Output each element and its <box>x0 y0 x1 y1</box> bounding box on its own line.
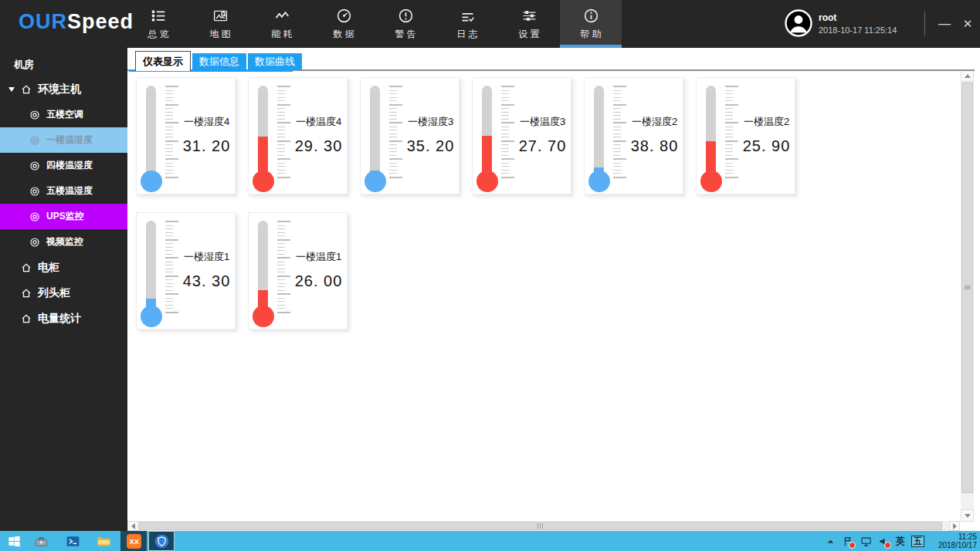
sidebar-item-label: 五楼空调 <box>46 108 83 121</box>
sidebar-item-floor1-th[interactable]: 一楼温湿度 <box>0 127 127 153</box>
gauge-label: 一楼湿度4 <box>180 115 233 129</box>
thermometer-bulb <box>141 306 162 327</box>
taskbar-powershell-button[interactable] <box>60 531 85 551</box>
vertical-scrollbar[interactable] <box>961 69 974 522</box>
taskbar-explorer-button[interactable] <box>91 531 116 551</box>
horizontal-scroll-track[interactable] <box>138 521 949 531</box>
taskbar-server-manager-button[interactable] <box>28 531 54 551</box>
nav-label-energy: 能 耗 <box>271 28 292 41</box>
gauge-dot-icon <box>29 135 40 146</box>
sidebar-item-power-stats[interactable]: 电量统计 <box>0 306 127 331</box>
nav-label-help: 帮 助 <box>580 28 601 41</box>
tray-notifications[interactable] <box>843 531 854 551</box>
thermometer-tube <box>370 86 380 175</box>
network-icon <box>860 536 872 547</box>
alert-badge <box>884 542 891 549</box>
list-icon <box>151 8 167 24</box>
nav-item-logs[interactable]: 日 志 <box>436 0 498 48</box>
home-icon <box>21 288 32 299</box>
tray-ime[interactable]: 五 <box>911 531 924 551</box>
taskbar-clock[interactable]: 11:25 2018/10/17 <box>927 532 977 549</box>
horizontal-scroll-thumb[interactable] <box>139 522 942 530</box>
nav-item-energy[interactable]: 能 耗 <box>251 0 313 48</box>
taskbar-start-button[interactable] <box>2 531 26 551</box>
thermometer-tube <box>706 86 716 175</box>
tray-tray-expand[interactable] <box>825 531 836 551</box>
triangle-down-icon <box>965 514 971 521</box>
scroll-right-button[interactable] <box>949 521 960 531</box>
username: root <box>819 12 897 23</box>
nav-label-map: 地 图 <box>209 28 230 41</box>
scroll-down-button[interactable] <box>961 509 974 522</box>
sidebar: 机房 环境主机五楼空调一楼温湿度四楼温湿度五楼温湿度UPS监控视频监控电柜列头柜… <box>0 48 127 531</box>
gauge-card-temperature-4: 一楼温度429. 30 <box>248 77 348 194</box>
gauge-value: 38. 80 <box>628 137 681 155</box>
sidebar-item-floor5-th[interactable]: 五楼温湿度 <box>0 178 127 204</box>
thermometer-tube <box>146 221 156 310</box>
tab-bar: 仪表显示数据信息数据曲线 <box>135 51 302 71</box>
start-icon <box>7 534 22 549</box>
nav-item-help[interactable]: 帮 助 <box>560 0 622 48</box>
settings-icon <box>521 8 537 24</box>
scroll-up-button[interactable] <box>961 69 974 82</box>
tab-data-info[interactable]: 数据信息 <box>192 53 246 70</box>
gauge-value: 35. 20 <box>404 137 457 155</box>
nav-item-settings[interactable]: 设 置 <box>498 0 560 48</box>
thermometer-fill <box>482 136 492 175</box>
sidebar-item-floor4-th[interactable]: 四楼温湿度 <box>0 153 127 178</box>
thermometer-tube <box>594 86 604 175</box>
gauge-dot-icon <box>29 237 40 248</box>
thermometer-fill <box>258 137 268 175</box>
tab-label: 数据曲线 <box>255 55 295 69</box>
taskbar-xampp-button[interactable]: XX <box>120 531 147 551</box>
gauge-card-humidity-3: 一楼湿度335. 20 <box>360 77 459 194</box>
window-controls-divider <box>924 12 925 35</box>
vertical-scroll-thumb[interactable] <box>961 83 973 493</box>
tab-data-curve[interactable]: 数据曲线 <box>248 53 302 70</box>
user-info: root 2018-10-17 11:25:14 <box>819 12 897 35</box>
sidebar-item-label: 环境主机 <box>38 83 81 96</box>
log-icon <box>459 8 476 24</box>
nav-label-data: 数 据 <box>333 28 354 41</box>
sidebar-item-floor5-ac[interactable]: 五楼空调 <box>0 102 127 127</box>
scroll-grip-icon <box>965 285 971 290</box>
gauge-card-temperature-2: 一楼温度225. 90 <box>696 77 795 194</box>
nav-item-data[interactable]: 数 据 <box>313 0 375 48</box>
sidebar-item-video-monitor[interactable]: 视频监控 <box>0 229 127 255</box>
user-menu[interactable]: root 2018-10-17 11:25:14 <box>785 9 897 37</box>
thermometer-scale <box>501 86 514 178</box>
thermometer-scale <box>389 86 402 178</box>
scroll-left-button[interactable] <box>127 521 138 531</box>
tab-label: 仪表显示 <box>143 55 183 69</box>
vertical-scroll-track[interactable] <box>961 82 974 509</box>
tray-network[interactable] <box>860 531 872 551</box>
tab-meter-display[interactable]: 仪表显示 <box>135 51 191 71</box>
gauge-value: 27. 70 <box>516 137 569 155</box>
sidebar-item-env-host[interactable]: 环境主机 <box>0 76 127 102</box>
datetime: 2018-10-17 11:25:14 <box>819 25 897 35</box>
sidebar-item-power-cabinet[interactable]: 电柜 <box>0 255 127 280</box>
sidebar-section-label: 机房 <box>0 48 127 76</box>
thermometer-bulb <box>476 171 498 192</box>
nav-item-overview[interactable]: 总 览 <box>127 0 189 48</box>
home-icon <box>21 84 32 95</box>
sidebar-item-row-cabinet[interactable]: 列头柜 <box>0 280 127 306</box>
info-icon <box>583 8 599 24</box>
content-area: 仪表显示数据信息数据曲线 一楼湿度431. 20一楼温度429. 30一楼湿度3… <box>127 48 980 531</box>
sidebar-item-label: 五楼温湿度 <box>46 184 93 198</box>
thermometer-tube <box>258 86 268 175</box>
minimize-button[interactable]: — <box>931 0 958 48</box>
tray-language[interactable]: 英 <box>896 531 905 551</box>
taskbar-security-button[interactable] <box>148 531 175 551</box>
sidebar-item-ups-monitor[interactable]: UPS监控 <box>0 204 127 229</box>
nav-item-alerts[interactable]: 警 告 <box>375 0 436 48</box>
nav-item-map[interactable]: 地 图 <box>189 0 251 48</box>
gauge-grid: 一楼湿度431. 20一楼温度429. 30一楼湿度335. 20一楼温度327… <box>136 77 800 330</box>
gauge-label: 一楼温度4 <box>292 115 345 129</box>
thermometer-scale <box>165 221 178 313</box>
tray-volume[interactable] <box>878 531 890 551</box>
thermometer-tube <box>258 221 268 310</box>
close-button[interactable]: ✕ <box>955 0 980 48</box>
horizontal-scrollbar[interactable] <box>127 521 960 531</box>
gauge-label: 一楼湿度2 <box>628 115 681 129</box>
